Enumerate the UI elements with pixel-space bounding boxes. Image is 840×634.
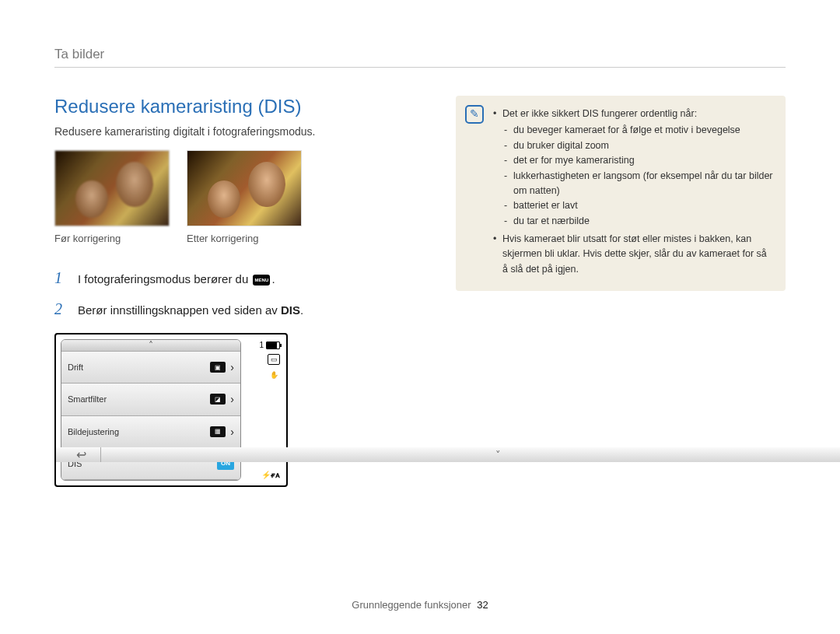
note-subitem: du beveger kameraet for å følge et motiv… xyxy=(502,123,773,138)
camera-screen: ˄ Drift ▣ › Smartfilter ◪ › Bildejusteri… xyxy=(54,333,288,487)
note-subitem: du bruker digital zoom xyxy=(502,138,773,153)
steps-list: 1 I fotograferingsmodus berører du MENU.… xyxy=(54,266,420,321)
step-1: 1 I fotograferingsmodus berører du MENU. xyxy=(54,266,420,289)
page-footer: Grunnleggende funksjoner 32 xyxy=(0,599,840,611)
battery-icon xyxy=(266,342,280,349)
menu-scroll-down[interactable]: ˅ xyxy=(106,449,241,461)
menu-item-smartfilter[interactable]: Smartfilter ◪ › xyxy=(61,384,240,415)
drift-icon: ▣ xyxy=(210,362,226,373)
chevron-right-icon: › xyxy=(230,393,234,405)
image-after-correction xyxy=(187,150,302,226)
shot-count: 1 xyxy=(259,341,264,349)
note-item: Hvis kameraet blir utsatt for støt eller… xyxy=(493,232,773,277)
flash-auto-icon: ⚡ғᴀ xyxy=(261,471,280,479)
info-note: ✎ Det er ikke sikkert DIS fungerer orden… xyxy=(456,96,786,291)
note-item: Det er ikke sikkert DIS fungerer ordentl… xyxy=(493,107,773,229)
back-button[interactable]: ↩ xyxy=(62,447,101,462)
step-2: 2 Berør innstillingsknappen ved siden av… xyxy=(54,297,420,321)
note-subitem: lukkerhastigheten er langsom (for eksemp… xyxy=(502,169,773,199)
caption-before: Før korrigering xyxy=(54,233,170,244)
note-subitem: batteriet er lavt xyxy=(502,198,773,213)
menu-item-drift[interactable]: Drift ▣ › xyxy=(61,352,240,384)
menu-icon: MENU xyxy=(253,275,270,285)
image-before-correction xyxy=(54,150,170,226)
chevron-right-icon: › xyxy=(230,426,234,438)
adjust-icon: ▦ xyxy=(210,426,226,437)
settings-menu-panel: ˄ Drift ▣ › Smartfilter ◪ › Bildejusteri… xyxy=(61,339,241,481)
note-subitem: du tar et nærbilde xyxy=(502,214,773,229)
aspect-icon: ▭ xyxy=(268,354,280,365)
chevron-right-icon: › xyxy=(230,361,234,373)
note-subitem: det er for mye kameraristing xyxy=(502,153,773,168)
page-title: Redusere kameraristing (DIS) xyxy=(54,96,420,117)
menu-item-bildejustering[interactable]: Bildejustering ▦ › xyxy=(61,416,240,448)
chevron-up-icon: ˄ xyxy=(149,340,153,351)
step-number: 1 xyxy=(54,266,68,289)
breadcrumb: Ta bilder xyxy=(54,47,786,68)
menu-scroll-up[interactable]: ˄ xyxy=(61,340,240,352)
smartfilter-icon: ◪ xyxy=(210,394,226,405)
dis-status-icon: ✋ xyxy=(268,370,280,380)
subtitle: Redusere kameraristing digitalt i fotogr… xyxy=(54,125,420,138)
step-number: 2 xyxy=(54,297,68,321)
caption-after: Etter korrigering xyxy=(187,233,302,244)
note-icon: ✎ xyxy=(465,105,484,124)
